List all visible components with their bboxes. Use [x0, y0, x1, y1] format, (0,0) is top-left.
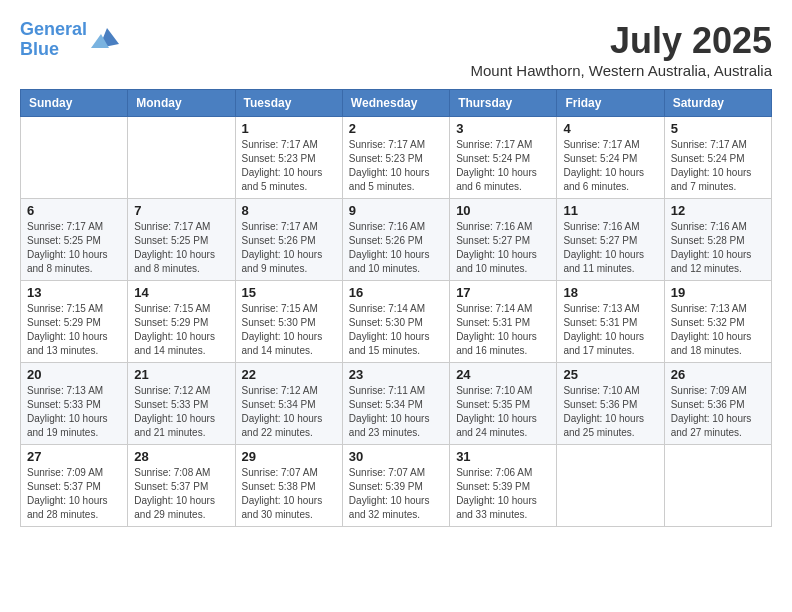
calendar-cell: 23Sunrise: 7:11 AM Sunset: 5:34 PM Dayli…: [342, 363, 449, 445]
header-thursday: Thursday: [450, 90, 557, 117]
day-number: 7: [134, 203, 228, 218]
day-number: 25: [563, 367, 657, 382]
day-number: 12: [671, 203, 765, 218]
day-info: Sunrise: 7:08 AM Sunset: 5:37 PM Dayligh…: [134, 466, 228, 522]
week-row-4: 20Sunrise: 7:13 AM Sunset: 5:33 PM Dayli…: [21, 363, 772, 445]
calendar-cell: 29Sunrise: 7:07 AM Sunset: 5:38 PM Dayli…: [235, 445, 342, 527]
header-sunday: Sunday: [21, 90, 128, 117]
page-header: General Blue July 2025 Mount Hawthorn, W…: [20, 20, 772, 79]
calendar-cell: [128, 117, 235, 199]
logo-line1: General: [20, 19, 87, 39]
day-info: Sunrise: 7:16 AM Sunset: 5:26 PM Dayligh…: [349, 220, 443, 276]
day-number: 8: [242, 203, 336, 218]
day-info: Sunrise: 7:09 AM Sunset: 5:37 PM Dayligh…: [27, 466, 121, 522]
calendar-cell: 4Sunrise: 7:17 AM Sunset: 5:24 PM Daylig…: [557, 117, 664, 199]
calendar-cell: [21, 117, 128, 199]
day-number: 3: [456, 121, 550, 136]
day-info: Sunrise: 7:12 AM Sunset: 5:34 PM Dayligh…: [242, 384, 336, 440]
day-number: 9: [349, 203, 443, 218]
calendar-cell: 11Sunrise: 7:16 AM Sunset: 5:27 PM Dayli…: [557, 199, 664, 281]
location: Mount Hawthorn, Western Australia, Austr…: [470, 62, 772, 79]
day-number: 30: [349, 449, 443, 464]
calendar-cell: 13Sunrise: 7:15 AM Sunset: 5:29 PM Dayli…: [21, 281, 128, 363]
day-number: 26: [671, 367, 765, 382]
calendar-cell: 18Sunrise: 7:13 AM Sunset: 5:31 PM Dayli…: [557, 281, 664, 363]
day-info: Sunrise: 7:15 AM Sunset: 5:30 PM Dayligh…: [242, 302, 336, 358]
day-number: 11: [563, 203, 657, 218]
day-number: 17: [456, 285, 550, 300]
calendar-cell: 28Sunrise: 7:08 AM Sunset: 5:37 PM Dayli…: [128, 445, 235, 527]
day-number: 19: [671, 285, 765, 300]
day-number: 29: [242, 449, 336, 464]
day-info: Sunrise: 7:17 AM Sunset: 5:24 PM Dayligh…: [671, 138, 765, 194]
day-info: Sunrise: 7:17 AM Sunset: 5:23 PM Dayligh…: [242, 138, 336, 194]
calendar-cell: 16Sunrise: 7:14 AM Sunset: 5:30 PM Dayli…: [342, 281, 449, 363]
day-number: 5: [671, 121, 765, 136]
calendar-cell: 17Sunrise: 7:14 AM Sunset: 5:31 PM Dayli…: [450, 281, 557, 363]
day-number: 20: [27, 367, 121, 382]
week-row-2: 6Sunrise: 7:17 AM Sunset: 5:25 PM Daylig…: [21, 199, 772, 281]
day-number: 21: [134, 367, 228, 382]
day-info: Sunrise: 7:11 AM Sunset: 5:34 PM Dayligh…: [349, 384, 443, 440]
header-monday: Monday: [128, 90, 235, 117]
week-row-3: 13Sunrise: 7:15 AM Sunset: 5:29 PM Dayli…: [21, 281, 772, 363]
calendar-cell: 30Sunrise: 7:07 AM Sunset: 5:39 PM Dayli…: [342, 445, 449, 527]
day-number: 1: [242, 121, 336, 136]
day-info: Sunrise: 7:10 AM Sunset: 5:35 PM Dayligh…: [456, 384, 550, 440]
day-info: Sunrise: 7:13 AM Sunset: 5:31 PM Dayligh…: [563, 302, 657, 358]
day-number: 14: [134, 285, 228, 300]
day-info: Sunrise: 7:17 AM Sunset: 5:24 PM Dayligh…: [563, 138, 657, 194]
day-info: Sunrise: 7:16 AM Sunset: 5:27 PM Dayligh…: [563, 220, 657, 276]
day-info: Sunrise: 7:13 AM Sunset: 5:33 PM Dayligh…: [27, 384, 121, 440]
day-info: Sunrise: 7:09 AM Sunset: 5:36 PM Dayligh…: [671, 384, 765, 440]
day-info: Sunrise: 7:07 AM Sunset: 5:38 PM Dayligh…: [242, 466, 336, 522]
day-number: 2: [349, 121, 443, 136]
calendar-cell: 21Sunrise: 7:12 AM Sunset: 5:33 PM Dayli…: [128, 363, 235, 445]
day-info: Sunrise: 7:16 AM Sunset: 5:28 PM Dayligh…: [671, 220, 765, 276]
calendar-cell: 25Sunrise: 7:10 AM Sunset: 5:36 PM Dayli…: [557, 363, 664, 445]
day-info: Sunrise: 7:12 AM Sunset: 5:33 PM Dayligh…: [134, 384, 228, 440]
day-info: Sunrise: 7:17 AM Sunset: 5:26 PM Dayligh…: [242, 220, 336, 276]
calendar-cell: 9Sunrise: 7:16 AM Sunset: 5:26 PM Daylig…: [342, 199, 449, 281]
day-number: 23: [349, 367, 443, 382]
header-wednesday: Wednesday: [342, 90, 449, 117]
header-tuesday: Tuesday: [235, 90, 342, 117]
header-saturday: Saturday: [664, 90, 771, 117]
calendar-cell: 8Sunrise: 7:17 AM Sunset: 5:26 PM Daylig…: [235, 199, 342, 281]
day-number: 31: [456, 449, 550, 464]
day-number: 22: [242, 367, 336, 382]
calendar-cell: 12Sunrise: 7:16 AM Sunset: 5:28 PM Dayli…: [664, 199, 771, 281]
day-info: Sunrise: 7:15 AM Sunset: 5:29 PM Dayligh…: [134, 302, 228, 358]
header-friday: Friday: [557, 90, 664, 117]
day-number: 15: [242, 285, 336, 300]
day-info: Sunrise: 7:17 AM Sunset: 5:24 PM Dayligh…: [456, 138, 550, 194]
day-info: Sunrise: 7:15 AM Sunset: 5:29 PM Dayligh…: [27, 302, 121, 358]
calendar-cell: 1Sunrise: 7:17 AM Sunset: 5:23 PM Daylig…: [235, 117, 342, 199]
logo-line2: Blue: [20, 39, 59, 59]
day-info: Sunrise: 7:14 AM Sunset: 5:31 PM Dayligh…: [456, 302, 550, 358]
day-info: Sunrise: 7:16 AM Sunset: 5:27 PM Dayligh…: [456, 220, 550, 276]
calendar-cell: [664, 445, 771, 527]
day-info: Sunrise: 7:13 AM Sunset: 5:32 PM Dayligh…: [671, 302, 765, 358]
calendar-cell: 24Sunrise: 7:10 AM Sunset: 5:35 PM Dayli…: [450, 363, 557, 445]
calendar-cell: 20Sunrise: 7:13 AM Sunset: 5:33 PM Dayli…: [21, 363, 128, 445]
title-block: July 2025 Mount Hawthorn, Western Austra…: [470, 20, 772, 79]
header-row: SundayMondayTuesdayWednesdayThursdayFrid…: [21, 90, 772, 117]
day-info: Sunrise: 7:10 AM Sunset: 5:36 PM Dayligh…: [563, 384, 657, 440]
calendar-cell: 31Sunrise: 7:06 AM Sunset: 5:39 PM Dayli…: [450, 445, 557, 527]
day-info: Sunrise: 7:17 AM Sunset: 5:23 PM Dayligh…: [349, 138, 443, 194]
day-info: Sunrise: 7:14 AM Sunset: 5:30 PM Dayligh…: [349, 302, 443, 358]
week-row-5: 27Sunrise: 7:09 AM Sunset: 5:37 PM Dayli…: [21, 445, 772, 527]
calendar-cell: 19Sunrise: 7:13 AM Sunset: 5:32 PM Dayli…: [664, 281, 771, 363]
day-number: 13: [27, 285, 121, 300]
day-number: 28: [134, 449, 228, 464]
calendar-table: SundayMondayTuesdayWednesdayThursdayFrid…: [20, 89, 772, 527]
calendar-cell: 26Sunrise: 7:09 AM Sunset: 5:36 PM Dayli…: [664, 363, 771, 445]
calendar-cell: 5Sunrise: 7:17 AM Sunset: 5:24 PM Daylig…: [664, 117, 771, 199]
calendar-cell: 3Sunrise: 7:17 AM Sunset: 5:24 PM Daylig…: [450, 117, 557, 199]
day-info: Sunrise: 7:07 AM Sunset: 5:39 PM Dayligh…: [349, 466, 443, 522]
calendar-cell: 15Sunrise: 7:15 AM Sunset: 5:30 PM Dayli…: [235, 281, 342, 363]
logo: General Blue: [20, 20, 123, 60]
day-number: 24: [456, 367, 550, 382]
day-info: Sunrise: 7:17 AM Sunset: 5:25 PM Dayligh…: [134, 220, 228, 276]
